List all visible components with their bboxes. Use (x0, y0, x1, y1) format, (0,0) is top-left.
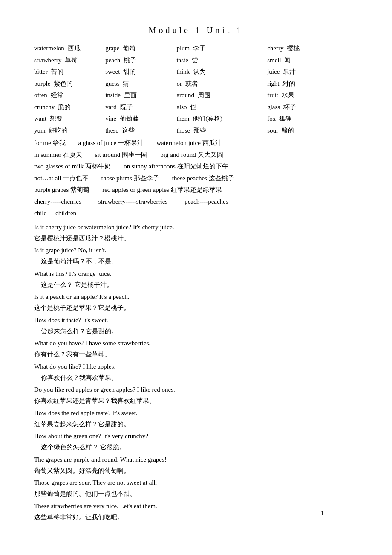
vocab-en: think (176, 68, 190, 75)
phrase-row: purple grapes 紫葡萄red apples or green app… (34, 185, 358, 196)
phrase-item: watermelon juice 西瓜汁 (156, 138, 222, 149)
vocab-item: fruit 水果 (267, 90, 358, 101)
sentence-en: What do you have? I have some strawberri… (34, 338, 358, 349)
vocab-zh: 想要 (50, 115, 63, 122)
vocab-en: fox (267, 115, 276, 122)
phrase-en: two glasses of milk (34, 161, 84, 172)
phrase-item: sit around 围坐一圈 (95, 150, 148, 161)
sentence-en: Is it a peach or an apple? It's a peach. (34, 291, 358, 302)
vocab-en: crunchy (34, 104, 55, 110)
sentence-pair: What do you have? I have some strawberri… (34, 338, 358, 360)
vocab-en: yum (34, 127, 46, 134)
vocab-en: plum (176, 45, 190, 52)
sentence-zh: 这个是桃子还是苹果？它是桃子。 (34, 302, 358, 313)
phrase-item: a glass of juice 一杯果汁 (78, 138, 144, 149)
phrase-zh: 两杯牛奶 (85, 161, 111, 172)
vocab-en: sour (267, 127, 278, 134)
phrase-item: on sunny afternoons 在阳光灿烂的下午 (124, 161, 228, 172)
page-title: Module 1 Unit 1 (34, 26, 358, 35)
sentence-pair: Those grapes are sour. They are not swee… (34, 477, 358, 500)
sentence-pair: Is it a peach or an apple? It's a peach.… (34, 291, 358, 314)
vocab-zh: 脆的 (58, 104, 71, 110)
phrases-section: for me 给我a glass of juice 一杯果汁watermelon… (34, 138, 358, 196)
vocab-en: also (176, 104, 187, 110)
phrase-item: in summer 在夏天 (34, 150, 82, 161)
sentence-pair: Is it grape juice? No, it isn't.这是葡萄汁吗？不… (34, 245, 358, 267)
sentence-zh: 这是什么？ 它是橘子汁。 (34, 279, 358, 290)
sentence-en: The grapes are purple and round. What ni… (34, 454, 358, 465)
vocab-row: often 经常inside 里面around 周围fruit 水果 (34, 90, 358, 101)
vocab-item: want 想要 (34, 113, 105, 124)
vocab-en: those (176, 127, 190, 134)
phrase-en: on sunny afternoons (124, 161, 176, 172)
vocab-row: strawberry 草莓peach 桃子taste 尝smell 闻 (34, 55, 358, 66)
vocab-zh: 甜的 (123, 68, 136, 75)
vocab-row: bitter 苦的sweet 甜的think 认为juice 果汁 (34, 66, 358, 78)
vocab-en: strawberry (34, 57, 61, 64)
phrase-en: sit around (95, 150, 121, 161)
vocab-zh: 尝 (192, 57, 198, 64)
vocab-item: vine 葡萄藤 (105, 113, 176, 124)
phrase-item: big and round 又大又圆 (160, 150, 223, 161)
vocab-item: these 这些 (105, 125, 176, 136)
phrase-en: these peaches (172, 173, 207, 184)
phrase-zh: 红苹果还是绿苹果 (171, 185, 222, 196)
vocab-zh: 樱桃 (287, 45, 300, 52)
vocab-zh: 他们(宾格) (193, 115, 222, 122)
sentence-en: Do you like red apples or green apples? … (34, 384, 358, 395)
vocab-zh: 或者 (185, 80, 198, 87)
phrase-item: those plums 那些李子 (101, 173, 159, 184)
vocab-zh: 李子 (193, 45, 206, 52)
plurals-section: cherry-----cherriesstrawberry-----strawb… (34, 197, 358, 219)
sentence-zh: 这个绿色的怎么样？ 它很脆。 (34, 442, 358, 453)
vocab-zh: 也 (190, 104, 196, 110)
vocab-zh: 桃子 (124, 57, 136, 64)
vocab-grid: watermelon 西瓜grape 葡萄plum 李子cherry 樱桃str… (34, 43, 358, 136)
vocab-en: want (34, 115, 46, 122)
sentence-zh: 那些葡萄是酸的。他们一点也不甜。 (34, 488, 358, 499)
vocab-item: strawberry 草莓 (34, 55, 105, 66)
sentence-en: How does the red apple taste? It's sweet… (34, 408, 358, 419)
vocab-en: smell (267, 57, 281, 64)
phrase-item: not…at all 一点也不 (34, 173, 89, 184)
sentence-en: How about the green one? It's very crunc… (34, 431, 358, 442)
phrase-zh: 给我 (53, 138, 66, 149)
phrase-en: watermelon juice (156, 138, 201, 149)
phrase-zh: 那些李子 (134, 173, 159, 184)
sentence-en: How does it taste? It's sweet. (34, 315, 358, 326)
phrase-zh: 在夏天 (63, 150, 82, 161)
vocab-en: right (267, 80, 279, 87)
phrase-en: in summer (34, 150, 61, 161)
sentence-en: What do you like? I like apples. (34, 361, 358, 372)
plural-item: strawberry-----strawberries (98, 197, 167, 208)
sentence-pair: What is this? It's orange juice.这是什么？ 它是… (34, 268, 358, 291)
vocab-zh: 狐狸 (279, 115, 292, 122)
vocab-en: sweet (105, 68, 120, 75)
sentence-en: Is it cherry juice or watermelon juice? … (34, 222, 358, 233)
sentence-en: What is this? It's orange juice. (34, 268, 358, 279)
phrase-zh: 围坐一圈 (122, 150, 147, 161)
vocab-item: yum 好吃的 (34, 125, 105, 136)
vocab-item: think 认为 (176, 66, 267, 78)
vocab-item: sour 酸的 (267, 125, 358, 136)
vocab-zh: 猜 (123, 80, 129, 87)
vocab-zh: 西瓜 (68, 45, 81, 52)
phrase-en: those plums (101, 173, 132, 184)
sentence-pair: The grapes are purple and round. What ni… (34, 454, 358, 477)
sentence-zh: 红苹果尝起来怎么样？它是甜的。 (34, 419, 358, 430)
sentence-zh: 你有什么？我有一些草莓。 (34, 349, 358, 360)
vocab-en: juice (267, 68, 280, 75)
vocab-item: plum 李子 (176, 43, 267, 54)
vocab-zh: 院子 (120, 104, 133, 110)
vocab-en: purple (34, 80, 50, 87)
plural-item: cherry-----cherries (34, 197, 81, 208)
page-number: 1 (321, 510, 324, 517)
vocab-zh: 那些 (193, 127, 206, 134)
vocab-item: cherry 樱桃 (267, 43, 358, 54)
vocab-zh: 草莓 (65, 57, 78, 64)
phrase-zh: 又大又圆 (198, 150, 223, 161)
phrase-en: red apples or green apples (102, 185, 169, 196)
vocab-zh: 闻 (284, 57, 291, 64)
sentence-zh: 这是葡萄汁吗？不，不是。 (34, 256, 358, 267)
phrase-row: two glasses of milk 两杯牛奶on sunny afterno… (34, 161, 358, 172)
